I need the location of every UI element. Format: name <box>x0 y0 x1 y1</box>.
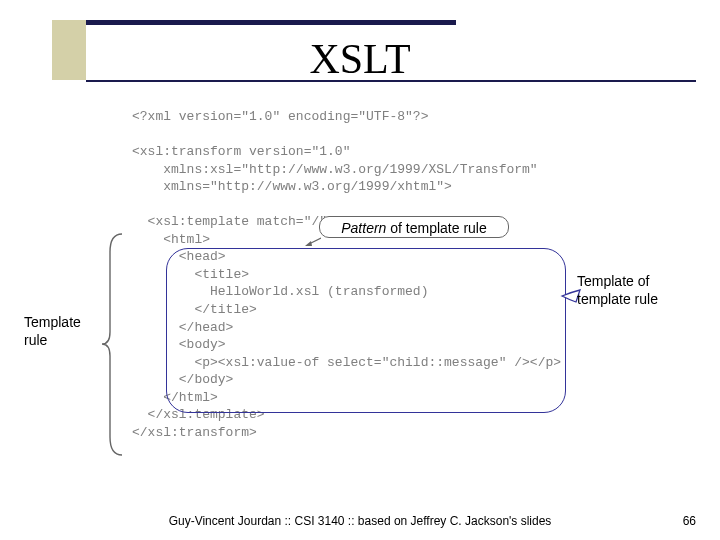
callout-pattern: Pattern of template rule <box>319 216 509 238</box>
page-number: 66 <box>683 514 696 528</box>
footer-text: Guy-Vincent Jourdan :: CSI 3140 :: based… <box>0 514 720 528</box>
slide-title: XSLT <box>0 35 720 83</box>
header-rule-top <box>86 20 456 25</box>
header-rule-under <box>86 80 696 82</box>
template-bubble <box>166 248 566 413</box>
pattern-arrow-icon <box>305 234 321 246</box>
callout-template-of-template: Template of template rule <box>577 272 687 308</box>
callout-pattern-italic: Pattern <box>341 220 386 236</box>
callout-pattern-rest: of template rule <box>386 220 486 236</box>
callout-template-rule: Template rule <box>24 313 104 349</box>
svg-marker-1 <box>305 241 312 246</box>
footer: Guy-Vincent Jourdan :: CSI 3140 :: based… <box>0 514 720 528</box>
